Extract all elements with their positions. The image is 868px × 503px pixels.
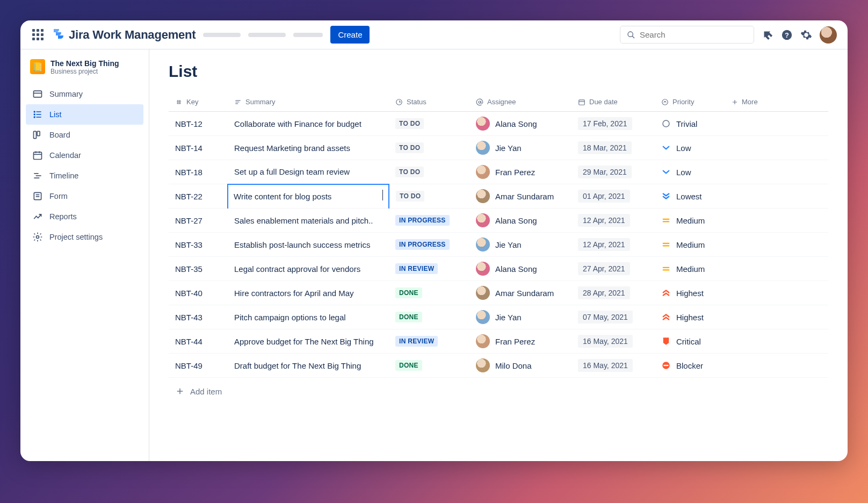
issue-summary[interactable]: Hire contractors for April and May	[228, 281, 389, 305]
search-input[interactable]	[620, 26, 754, 44]
sidebar-item-timeline[interactable]: Timeline	[26, 166, 143, 186]
add-item-button[interactable]: Add item	[169, 378, 828, 405]
issue-summary[interactable]: Collaborate with Finance for budget	[228, 112, 389, 136]
sidebar-item-reports[interactable]: Reports	[26, 206, 143, 227]
column-header-summary[interactable]: Summary	[228, 92, 389, 112]
issue-key[interactable]: NBT-12	[169, 112, 228, 136]
issue-status[interactable]: DONE	[389, 281, 469, 305]
issue-status[interactable]: DONE	[389, 354, 469, 378]
table-row[interactable]: NBT-14Request Marketing brand assetsTO D…	[169, 136, 828, 160]
issue-due-date[interactable]: 12 Apr, 2021	[572, 233, 655, 257]
column-header-status[interactable]: Status	[389, 92, 469, 112]
issue-assignee[interactable]: Alana Song	[469, 209, 572, 233]
column-header-priority[interactable]: Priority	[655, 92, 725, 112]
issue-key[interactable]: NBT-22	[169, 184, 228, 209]
issue-status[interactable]: IN REVIEW	[389, 329, 469, 354]
table-row[interactable]: NBT-43Pitch campaign options to legalDON…	[169, 305, 828, 329]
issue-due-date[interactable]: 29 Mar, 2021	[572, 160, 655, 184]
project-header[interactable]: 📒 The Next Big Thing Business project	[26, 59, 143, 84]
issue-priority[interactable]: Highest	[655, 281, 725, 305]
table-row[interactable]: NBT-22Write content for blog postsTO DOA…	[169, 184, 828, 209]
issue-assignee[interactable]: Jie Yan	[469, 136, 572, 160]
issue-status[interactable]: TO DO	[389, 160, 469, 184]
help-icon[interactable]: ?	[781, 29, 793, 41]
issue-due-date[interactable]: 27 Apr, 2021	[572, 257, 655, 281]
column-header-due-date[interactable]: Due date	[572, 92, 655, 112]
issue-assignee[interactable]: Alana Song	[469, 112, 572, 136]
table-row[interactable]: NBT-27Sales enablement materials and pit…	[169, 209, 828, 233]
issue-priority[interactable]: Highest	[655, 305, 725, 329]
issue-summary[interactable]: Legal contract approval for vendors	[228, 257, 389, 281]
issue-priority[interactable]: Trivial	[655, 112, 725, 136]
issue-due-date[interactable]: 28 Apr, 2021	[572, 281, 655, 305]
issue-assignee[interactable]: Jie Yan	[469, 233, 572, 257]
sidebar-item-project-settings[interactable]: Project settings	[26, 227, 143, 247]
issue-priority[interactable]: Blocker	[655, 354, 725, 378]
issue-key[interactable]: NBT-43	[169, 305, 228, 329]
issue-priority[interactable]: Medium	[655, 257, 725, 281]
issue-key[interactable]: NBT-14	[169, 136, 228, 160]
column-header-more[interactable]: More	[725, 92, 828, 112]
table-row[interactable]: NBT-49Draft budget for The Next Big Thin…	[169, 354, 828, 378]
table-row[interactable]: NBT-44Approve budget for The Next Big Th…	[169, 329, 828, 354]
issue-priority[interactable]: Critical	[655, 329, 725, 354]
issue-key[interactable]: NBT-35	[169, 257, 228, 281]
table-row[interactable]: NBT-12Collaborate with Finance for budge…	[169, 112, 828, 136]
issue-summary[interactable]: Draft budget for The Next Big Thing	[228, 354, 389, 378]
issue-status[interactable]: IN PROGRESS	[389, 209, 469, 233]
issue-assignee[interactable]: Alana Song	[469, 257, 572, 281]
issue-status[interactable]: IN REVIEW	[389, 257, 469, 281]
issue-summary[interactable]: Pitch campaign options to legal	[228, 305, 389, 329]
search-field[interactable]	[640, 30, 747, 39]
issue-due-date[interactable]: 12 Apr, 2021	[572, 209, 655, 233]
table-row[interactable]: NBT-33Establish post-launch success metr…	[169, 233, 828, 257]
user-avatar[interactable]	[820, 26, 837, 44]
sidebar-item-summary[interactable]: Summary	[26, 84, 143, 104]
create-button[interactable]: Create	[330, 26, 370, 44]
issue-key[interactable]: NBT-33	[169, 233, 228, 257]
issue-due-date[interactable]: 17 Feb, 2021	[572, 112, 655, 136]
issue-assignee[interactable]: Fran Perez	[469, 160, 572, 184]
sidebar-item-calendar[interactable]: Calendar	[26, 145, 143, 166]
issue-status[interactable]: TO DO	[389, 112, 469, 136]
issue-due-date[interactable]: 16 May, 2021	[572, 329, 655, 354]
issue-priority[interactable]: Low	[655, 160, 725, 184]
issue-key[interactable]: NBT-44	[169, 329, 228, 354]
issue-summary[interactable]: Establish post-launch success metrics	[228, 233, 389, 257]
table-row[interactable]: NBT-40Hire contractors for April and May…	[169, 281, 828, 305]
issue-priority[interactable]: Lowest	[655, 184, 725, 209]
issue-assignee[interactable]: Jie Yan	[469, 305, 572, 329]
issue-status[interactable]: TO DO	[389, 184, 469, 209]
issue-priority[interactable]: Medium	[655, 233, 725, 257]
issue-status[interactable]: DONE	[389, 305, 469, 329]
issue-summary[interactable]: Set up a full Design team review	[228, 160, 389, 184]
issue-key[interactable]: NBT-18	[169, 160, 228, 184]
notifications-icon[interactable]	[762, 29, 773, 41]
column-header-key[interactable]: Key	[169, 92, 228, 112]
app-switcher-icon[interactable]	[31, 28, 44, 41]
issue-due-date[interactable]: 07 May, 2021	[572, 305, 655, 329]
issue-key[interactable]: NBT-27	[169, 209, 228, 233]
issue-assignee[interactable]: Amar Sundaram	[469, 184, 572, 209]
issue-status[interactable]: IN PROGRESS	[389, 233, 469, 257]
issue-assignee[interactable]: Milo Dona	[469, 354, 572, 378]
product-logo[interactable]: Jira Work Management	[52, 27, 196, 42]
issue-due-date[interactable]: 01 Apr, 2021	[572, 184, 655, 209]
table-row[interactable]: NBT-35Legal contract approval for vendor…	[169, 257, 828, 281]
issue-summary[interactable]: Write content for blog posts	[228, 184, 389, 209]
issue-key[interactable]: NBT-40	[169, 281, 228, 305]
issue-summary[interactable]: Request Marketing brand assets	[228, 136, 389, 160]
issue-assignee[interactable]: Amar Sundaram	[469, 281, 572, 305]
issue-status[interactable]: TO DO	[389, 136, 469, 160]
issue-summary[interactable]: Approve budget for The Next Big Thing	[228, 329, 389, 354]
issue-due-date[interactable]: 18 Mar, 2021	[572, 136, 655, 160]
issue-key[interactable]: NBT-49	[169, 354, 228, 378]
issue-summary[interactable]: Sales enablement materials and pitch..	[228, 209, 389, 233]
sidebar-item-form[interactable]: Form	[26, 186, 143, 206]
column-header-assignee[interactable]: Assignee	[469, 92, 572, 112]
sidebar-item-board[interactable]: Board	[26, 125, 143, 145]
table-row[interactable]: NBT-18Set up a full Design team reviewTO…	[169, 160, 828, 184]
issue-priority[interactable]: Medium	[655, 209, 725, 233]
settings-icon[interactable]	[800, 29, 812, 41]
issue-assignee[interactable]: Fran Perez	[469, 329, 572, 354]
